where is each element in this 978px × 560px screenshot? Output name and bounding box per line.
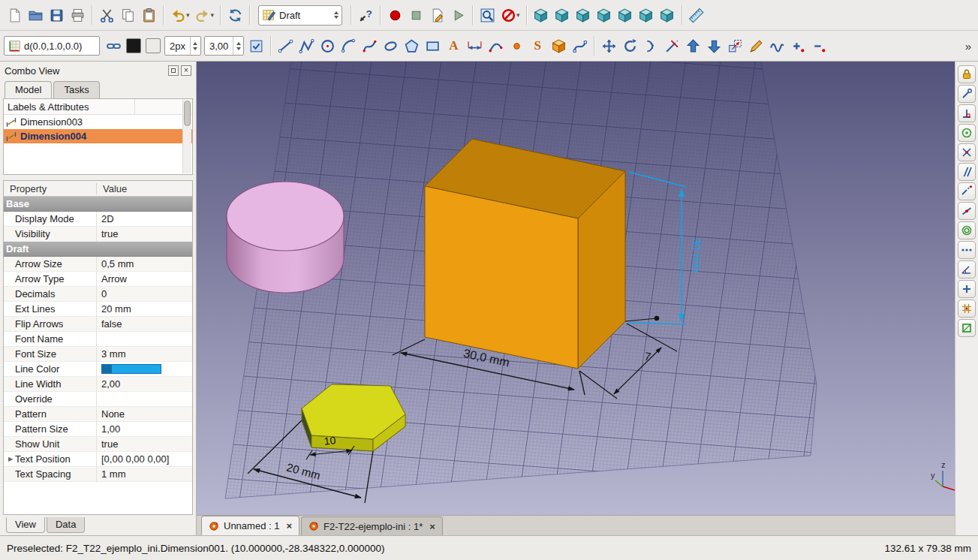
whats-this-button[interactable] [355,5,376,26]
property-row[interactable]: Arrow Type Arrow [4,272,192,287]
draft-downgrade-button[interactable] [703,35,724,56]
view-right-button[interactable] [594,5,615,26]
property-value[interactable]: 0,5 mm [101,258,134,269]
draft-rectangle-button[interactable] [422,35,443,56]
property-row[interactable]: Visibility true [4,227,192,242]
snap-midpoint-button[interactable] [958,202,976,220]
tab-view[interactable]: View [6,517,45,533]
tab-tasks[interactable]: Tasks [53,81,99,98]
tab-model[interactable]: Model [5,81,52,99]
draft-scale-button[interactable] [724,35,745,56]
apply-style-button[interactable] [245,35,266,56]
macro-record-button[interactable] [384,5,405,26]
box-front-face[interactable] [425,186,578,369]
property-row[interactable]: Line Width 2,00 [4,377,192,392]
expander-icon[interactable]: ▶ [6,456,15,462]
redo-button[interactable] [192,5,213,26]
view-bottom-button[interactable] [636,5,657,26]
close-tab-icon[interactable]: × [429,521,435,532]
draft-delete-point-button[interactable] [808,35,829,56]
line-color-swatch[interactable] [101,364,161,374]
macro-play-button[interactable] [447,5,468,26]
property-value[interactable]: 1,00 [101,423,120,435]
save-button[interactable] [46,5,67,26]
snap-center-button[interactable] [958,124,976,142]
font-size-spinner[interactable]: 3,00 [204,36,244,56]
property-row[interactable]: Arrow Size 0,5 mm [4,257,192,272]
property-row[interactable]: Line Color [4,362,192,377]
snap-concentric-button[interactable] [958,221,976,239]
draft-facebinder-button[interactable] [548,35,569,56]
macro-edit-button[interactable] [426,5,447,26]
property-row[interactable]: Flip Arrows false [4,317,192,332]
cut-button[interactable] [96,5,117,26]
clipping-plane-button[interactable] [498,5,519,26]
spinner-steppers-icon[interactable] [190,37,200,55]
close-panel-icon[interactable]: × [181,65,191,76]
snap-extension-button[interactable] [958,182,976,200]
face-color-button[interactable] [146,38,161,53]
fit-all-button[interactable] [477,5,498,26]
property-value[interactable]: 0 [101,288,107,300]
property-row[interactable]: ▶Text Position [0,00 0,00 0,00] [4,452,192,467]
tree-item[interactable]: Dimension004 [4,129,192,143]
draft-move-button[interactable] [598,35,619,56]
draft-dimension-button[interactable] [464,35,485,56]
draft-arc-button[interactable] [338,35,359,56]
view-front-button[interactable] [552,5,573,26]
draft-trim-button[interactable] [661,35,682,56]
line-color-button[interactable] [126,38,141,53]
toggle-construction-mode-button[interactable] [103,35,124,56]
spinner-steppers-icon[interactable] [233,37,243,55]
3d-viewport[interactable]: 30,0 mm 20 mm 10 [197,62,955,515]
property-value[interactable]: None [101,408,125,420]
draft-label-button[interactable] [485,35,506,56]
draft-text-button[interactable]: A [443,35,464,56]
snap-special-button[interactable] [958,241,976,259]
toolbar-overflow-chevron[interactable]: » [962,40,974,53]
property-row[interactable]: Pattern Size 1,00 [4,422,192,437]
draft-edit-button[interactable] [745,35,766,56]
property-value[interactable]: false [101,318,122,330]
tree-scrollbar[interactable] [182,100,191,173]
snap-lock-button[interactable] [958,65,976,83]
scrollbar-thumb[interactable] [184,101,191,126]
draft-rotate-button[interactable] [619,35,640,56]
macro-stop-button[interactable] [405,5,426,26]
snap-endpoint-button[interactable] [958,85,976,103]
property-row[interactable]: Draft [4,242,192,257]
draft-add-point-button[interactable] [787,35,808,56]
tree-item[interactable]: Dimension003 [4,115,192,129]
snap-working-plane-button[interactable] [958,319,976,337]
working-plane-button[interactable]: d(0.0,1.0,0.0) [4,36,100,56]
cylinder-top-face[interactable] [227,182,344,251]
property-row[interactable]: Text Spacing 1 mm [4,467,192,482]
undo-button[interactable] [167,5,188,26]
property-row[interactable]: Pattern None [4,407,192,422]
property-row[interactable]: Base [4,197,192,212]
property-value[interactable]: 20 mm [101,303,131,315]
draft-point-button[interactable] [506,35,527,56]
property-value[interactable]: [0,00 0,00 0,00] [101,453,169,465]
property-row[interactable]: Font Size 3 mm [4,347,192,362]
property-row[interactable]: Decimals 0 [4,287,192,302]
property-row[interactable]: Ext Lines 20 mm [4,302,192,317]
document-tab[interactable]: F2-T22-ejemplo-ini : 1* × [301,516,443,535]
draft-offset-button[interactable] [640,35,661,56]
draft-line-button[interactable] [275,35,296,56]
document-tab[interactable]: Unnamed : 1 × [201,516,299,535]
new-file-button[interactable] [4,5,25,26]
property-value[interactable]: Arrow [101,273,127,285]
dim-label-box-height[interactable]: 30 mm [691,238,704,272]
draft-arc-3points-button[interactable] [359,35,380,56]
property-value[interactable]: 2,00 [101,378,120,390]
close-tab-icon[interactable]: × [286,520,292,531]
property-row[interactable]: Show Unit true [4,437,192,452]
snap-grid-button[interactable] [958,300,976,318]
combo-stepper-icon[interactable] [334,11,339,19]
line-width-spinner[interactable]: 2px [164,36,201,56]
property-row[interactable]: Font Name [4,332,192,347]
property-value[interactable]: 3 mm [101,348,126,360]
redo-dropdown-icon[interactable]: ▾ [211,11,215,19]
undo-dropdown-icon[interactable]: ▾ [186,11,190,19]
